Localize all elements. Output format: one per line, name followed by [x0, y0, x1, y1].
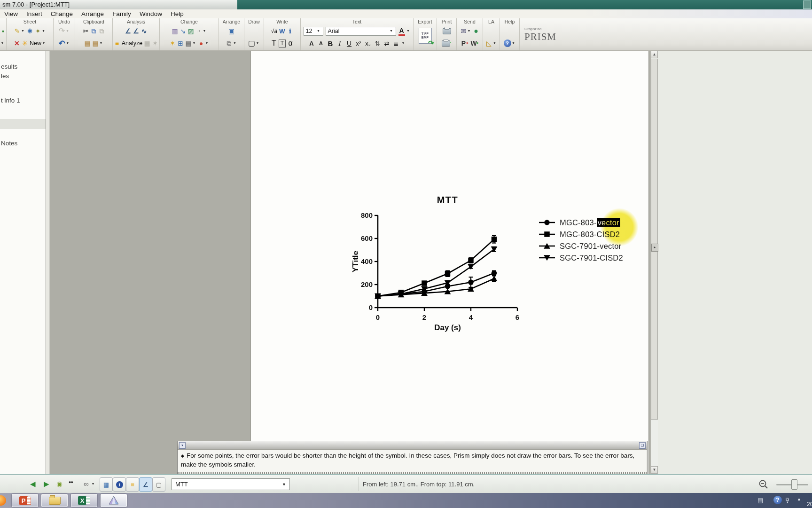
italic-icon[interactable]: I — [336, 39, 343, 48]
view-info-button[interactable]: i — [113, 477, 126, 492]
pencil-caret-icon[interactable]: ▾ — [22, 29, 25, 33]
align-caret-icon[interactable]: ▾ — [402, 41, 406, 45]
taskbar-excel-button[interactable]: X — [71, 494, 97, 507]
pencil-icon[interactable]: ✎ — [14, 26, 21, 36]
taskbar-prism-button[interactable] — [101, 494, 127, 507]
scroll-up-icon[interactable]: ▲ — [651, 51, 658, 58]
greek-alpha-icon[interactable]: α — [287, 39, 294, 48]
show-hidden-icons[interactable]: ▲ — [797, 497, 801, 501]
redo-caret-icon[interactable]: ▾ — [67, 29, 70, 33]
underline-icon[interactable]: U — [346, 39, 352, 48]
la-caret-icon[interactable]: ▾ — [494, 41, 497, 45]
paste-special-icon[interactable]: ▤ — [92, 39, 99, 48]
sidebar-item-notes[interactable]: Notes — [1, 140, 17, 147]
firefox-taskbar-icon[interactable] — [0, 495, 6, 506]
redo-icon[interactable]: ↷ — [59, 26, 65, 36]
clock-icon[interactable]: ◔ — [195, 26, 202, 36]
curve-icon[interactable]: ∿ — [141, 26, 148, 36]
scrollbar-thumb[interactable] — [651, 59, 658, 420]
help-tray-icon[interactable]: ? — [773, 496, 782, 504]
view-layout-button[interactable]: ▢ — [152, 477, 165, 492]
align-text-icon[interactable]: ≣ — [393, 39, 399, 48]
print-icon[interactable] — [443, 28, 451, 34]
format-graph-icon[interactable]: ▤ — [185, 39, 192, 48]
sheet-selector-combo[interactable]: MTT ▼ — [172, 478, 290, 490]
web-globe-icon[interactable]: ● — [473, 26, 479, 36]
sidebar-item-project-info[interactable]: t info 1 — [1, 97, 20, 104]
clipped-caret-icon[interactable]: ▾ — [1, 41, 5, 45]
forward-icon[interactable]: ▶ — [44, 480, 49, 488]
navigator-selected-band[interactable] — [0, 119, 46, 129]
taskbar-explorer-button[interactable] — [41, 494, 68, 507]
zoom-find-icon[interactable]: ◉ — [56, 480, 62, 488]
legend-entry-sgc7901-cisd2[interactable]: SGC-7901-CISD2 — [539, 253, 623, 262]
export-tiff-bmp-icon[interactable]: TIFFBMP ↷ — [419, 28, 432, 44]
rotate-text-icon[interactable]: ⇄ — [383, 39, 390, 48]
layout-tools-icon[interactable]: ◺ — [486, 39, 492, 48]
menu-insert[interactable]: Insert — [22, 10, 47, 17]
copy-icon[interactable]: ⧉ — [91, 26, 97, 36]
analyze-icon[interactable]: ≡ — [114, 39, 120, 48]
clock-caret-icon[interactable]: ▾ — [203, 29, 207, 33]
taskbar-powerpoint-button[interactable]: P — [12, 494, 38, 507]
shrink-font-icon[interactable]: A — [318, 39, 324, 48]
magic-wand-icon[interactable]: ✶ — [169, 39, 176, 48]
email-caret-icon[interactable]: ▾ — [468, 29, 471, 33]
align-objects-icon[interactable]: ▣ — [228, 26, 235, 36]
colors-caret-icon[interactable]: ▾ — [206, 41, 209, 45]
new-sheet-icon[interactable]: ✳ — [22, 39, 28, 48]
draw-shape-icon[interactable]: ▢ — [248, 39, 255, 48]
legend-entry-sgc7901-vector[interactable]: SGC-7901-vector — [539, 241, 621, 251]
new-caret-icon[interactable]: ▾ — [43, 41, 46, 45]
graph-settings-icon[interactable]: ▨ — [187, 26, 194, 36]
bold-icon[interactable]: B — [327, 39, 334, 48]
cut-icon[interactable]: ✂ — [83, 26, 89, 36]
font-color-caret-icon[interactable]: ▾ — [407, 29, 411, 33]
tip-panel-restore-icon[interactable]: ❑ — [639, 442, 646, 449]
legend-entry-mgc803-vector[interactable]: MGC-803-vector — [539, 218, 620, 227]
menu-arrange[interactable]: Arrange — [77, 10, 108, 17]
tip-panel-menu-icon[interactable]: ▾ — [179, 442, 186, 449]
tip-panel-titlebar[interactable]: ▾ ❑ — [178, 441, 647, 450]
font-color-icon[interactable]: A — [398, 27, 405, 36]
color-scheme-icon[interactable]: ● — [198, 39, 204, 48]
zoom-axes-icon[interactable]: ↘ — [180, 26, 186, 36]
keyboard-tray-icon[interactable]: ▤ — [757, 497, 763, 504]
axis-options-icon[interactable]: ⊞ — [177, 39, 184, 48]
clipped-icon[interactable]: ▪ — [0, 26, 7, 36]
tray-caret-icon[interactable]: ▾ — [787, 500, 789, 504]
nonlinear-fit-icon[interactable]: ∠ — [133, 26, 140, 36]
help-caret-icon[interactable]: ▾ — [513, 41, 516, 45]
clock-text[interactable]: 20 — [807, 500, 812, 508]
font-name-combo[interactable]: Arial▾ — [326, 27, 396, 36]
sidebar-item-results[interactable]: esults — [1, 63, 17, 70]
info-add-icon[interactable]: ℹ — [287, 26, 294, 36]
subscript-icon[interactable]: x₂ — [365, 39, 371, 48]
menu-family[interactable]: Family — [108, 10, 135, 17]
layers-caret-icon[interactable]: ▾ — [234, 41, 237, 45]
back-icon[interactable]: ◀ — [30, 480, 36, 488]
word-doc-icon[interactable]: W — [279, 26, 286, 36]
zoom-out-icon[interactable] — [758, 479, 769, 490]
format-caret-icon[interactable]: ▾ — [193, 41, 196, 45]
scrollbar-marker[interactable]: ▸ — [651, 244, 658, 252]
link-icon[interactable]: ∞ — [84, 480, 89, 488]
view-graph-button[interactable]: ∠ — [139, 477, 152, 492]
view-results-button[interactable]: ≡ — [126, 477, 139, 492]
view-table-button[interactable]: ▦ — [100, 477, 113, 492]
superscript-icon[interactable]: x² — [355, 39, 362, 48]
mtt-graph[interactable]: 02460200400600800MTTDay (s)YTitle MGC-80… — [324, 188, 644, 346]
paste-icon[interactable]: ▤ — [84, 39, 91, 48]
pin-caret-icon[interactable]: ▾ — [43, 29, 46, 33]
vertical-scrollbar[interactable]: ▲ ▸ ▼ — [650, 51, 658, 474]
pin-icon[interactable]: ✦ — [35, 26, 41, 36]
text-tool-icon[interactable]: T — [271, 39, 277, 48]
rotate-text-up-icon[interactable]: ⇅ — [374, 39, 381, 48]
email-icon[interactable]: ✉ — [460, 26, 467, 36]
sidebar-item-tables[interactable]: les — [1, 72, 9, 79]
zoom-slider-thumb[interactable] — [791, 479, 797, 490]
scroll-down-icon[interactable]: ▼ — [651, 466, 658, 474]
link-caret-icon[interactable]: ▾ — [92, 482, 94, 486]
gear-icon[interactable]: ✱ — [27, 26, 33, 36]
sheet-combo-dropdown-icon[interactable]: ▼ — [282, 482, 286, 487]
